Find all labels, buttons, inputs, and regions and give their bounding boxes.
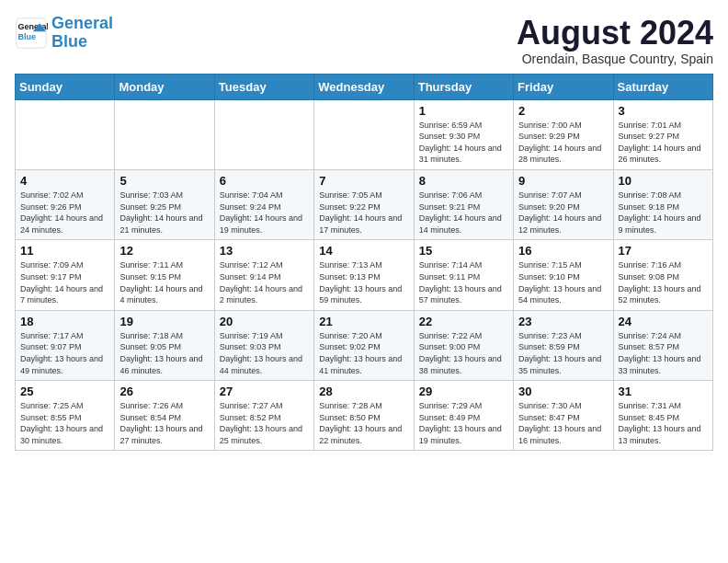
- day-info: Sunrise: 7:26 AM Sunset: 8:54 PM Dayligh…: [119, 400, 209, 446]
- day-info: Sunrise: 7:20 AM Sunset: 9:02 PM Dayligh…: [319, 330, 408, 376]
- day-info: Sunrise: 7:28 AM Sunset: 8:50 PM Dayligh…: [319, 400, 408, 446]
- day-number: 9: [518, 174, 608, 188]
- day-number: 19: [119, 315, 209, 328]
- day-info: Sunrise: 7:09 AM Sunset: 9:17 PM Dayligh…: [20, 259, 109, 305]
- day-number: 20: [220, 315, 309, 328]
- day-info: Sunrise: 6:59 AM Sunset: 9:30 PM Dayligh…: [419, 120, 508, 166]
- day-number: 30: [518, 385, 608, 398]
- day-cell: 14Sunrise: 7:13 AM Sunset: 9:13 PM Dayli…: [314, 240, 414, 310]
- day-cell: 3Sunrise: 7:01 AM Sunset: 9:27 PM Daylig…: [613, 99, 712, 169]
- day-cell: [115, 99, 214, 169]
- day-cell: 24Sunrise: 7:24 AM Sunset: 8:57 PM Dayli…: [613, 310, 712, 380]
- weekday-wednesday: Wednesday: [314, 74, 414, 99]
- day-cell: 6Sunrise: 7:04 AM Sunset: 9:24 PM Daylig…: [214, 169, 313, 239]
- weekday-friday: Friday: [514, 74, 613, 99]
- day-info: Sunrise: 7:25 AM Sunset: 8:55 PM Dayligh…: [20, 400, 109, 446]
- day-cell: 23Sunrise: 7:23 AM Sunset: 8:59 PM Dayli…: [514, 310, 613, 380]
- day-cell: 11Sunrise: 7:09 AM Sunset: 9:17 PM Dayli…: [16, 240, 115, 310]
- day-info: Sunrise: 7:07 AM Sunset: 9:20 PM Dayligh…: [518, 190, 608, 236]
- day-info: Sunrise: 7:15 AM Sunset: 9:10 PM Dayligh…: [518, 259, 608, 305]
- day-cell: 8Sunrise: 7:06 AM Sunset: 9:21 PM Daylig…: [414, 169, 513, 239]
- day-number: 29: [419, 385, 508, 398]
- day-cell: 28Sunrise: 7:28 AM Sunset: 8:50 PM Dayli…: [314, 381, 414, 451]
- day-cell: 21Sunrise: 7:20 AM Sunset: 9:02 PM Dayli…: [314, 310, 414, 380]
- day-number: 6: [220, 174, 309, 188]
- day-info: Sunrise: 7:18 AM Sunset: 9:05 PM Dayligh…: [119, 330, 209, 376]
- day-cell: 26Sunrise: 7:26 AM Sunset: 8:54 PM Dayli…: [115, 381, 214, 451]
- day-info: Sunrise: 7:05 AM Sunset: 9:22 PM Dayligh…: [319, 190, 408, 236]
- logo: General Blue GeneralBlue: [15, 15, 113, 52]
- day-info: Sunrise: 7:17 AM Sunset: 9:07 PM Dayligh…: [20, 330, 109, 376]
- svg-text:Blue: Blue: [18, 32, 37, 41]
- day-cell: 5Sunrise: 7:03 AM Sunset: 9:25 PM Daylig…: [115, 169, 214, 239]
- day-number: 25: [20, 385, 109, 398]
- day-number: 14: [319, 244, 408, 258]
- day-info: Sunrise: 7:11 AM Sunset: 9:15 PM Dayligh…: [119, 259, 209, 305]
- weekday-tuesday: Tuesday: [214, 74, 313, 99]
- week-row-1: 4Sunrise: 7:02 AM Sunset: 9:26 PM Daylig…: [16, 169, 713, 239]
- day-cell: 2Sunrise: 7:00 AM Sunset: 9:29 PM Daylig…: [514, 99, 613, 169]
- logo-text: GeneralBlue: [51, 15, 113, 52]
- day-number: 28: [319, 385, 408, 398]
- weekday-saturday: Saturday: [613, 74, 712, 99]
- day-info: Sunrise: 7:27 AM Sunset: 8:52 PM Dayligh…: [220, 400, 309, 446]
- day-info: Sunrise: 7:04 AM Sunset: 9:24 PM Dayligh…: [220, 190, 309, 236]
- day-cell: 29Sunrise: 7:29 AM Sunset: 8:49 PM Dayli…: [414, 381, 513, 451]
- day-number: 21: [319, 315, 408, 328]
- day-cell: 10Sunrise: 7:08 AM Sunset: 9:18 PM Dayli…: [613, 169, 712, 239]
- day-number: 17: [619, 244, 708, 258]
- day-cell: 1Sunrise: 6:59 AM Sunset: 9:30 PM Daylig…: [414, 99, 513, 169]
- day-cell: 16Sunrise: 7:15 AM Sunset: 9:10 PM Dayli…: [514, 240, 613, 310]
- logo-icon: General Blue: [15, 17, 48, 50]
- day-info: Sunrise: 7:22 AM Sunset: 9:00 PM Dayligh…: [419, 330, 508, 376]
- day-cell: 4Sunrise: 7:02 AM Sunset: 9:26 PM Daylig…: [16, 169, 115, 239]
- day-number: 23: [518, 315, 608, 328]
- calendar: SundayMondayTuesdayWednesdayThursdayFrid…: [15, 74, 713, 452]
- day-number: 4: [20, 174, 109, 188]
- day-number: 18: [20, 315, 109, 328]
- day-info: Sunrise: 7:00 AM Sunset: 9:29 PM Dayligh…: [518, 120, 608, 166]
- weekday-monday: Monday: [115, 74, 214, 99]
- day-info: Sunrise: 7:23 AM Sunset: 8:59 PM Dayligh…: [518, 330, 608, 376]
- week-row-3: 18Sunrise: 7:17 AM Sunset: 9:07 PM Dayli…: [16, 310, 713, 380]
- day-number: 26: [119, 385, 209, 398]
- day-number: 16: [518, 244, 608, 258]
- day-cell: 15Sunrise: 7:14 AM Sunset: 9:11 PM Dayli…: [414, 240, 513, 310]
- day-info: Sunrise: 7:31 AM Sunset: 8:45 PM Dayligh…: [619, 400, 708, 446]
- day-cell: 25Sunrise: 7:25 AM Sunset: 8:55 PM Dayli…: [16, 381, 115, 451]
- week-row-2: 11Sunrise: 7:09 AM Sunset: 9:17 PM Dayli…: [16, 240, 713, 310]
- page-header: General Blue GeneralBlue August 2024 Ore…: [15, 15, 713, 66]
- day-number: 24: [619, 315, 708, 328]
- week-row-4: 25Sunrise: 7:25 AM Sunset: 8:55 PM Dayli…: [16, 381, 713, 451]
- day-number: 13: [220, 244, 309, 258]
- day-info: Sunrise: 7:24 AM Sunset: 8:57 PM Dayligh…: [619, 330, 708, 376]
- day-info: Sunrise: 7:12 AM Sunset: 9:14 PM Dayligh…: [220, 259, 309, 305]
- day-number: 3: [619, 104, 708, 118]
- day-cell: 18Sunrise: 7:17 AM Sunset: 9:07 PM Dayli…: [16, 310, 115, 380]
- day-info: Sunrise: 7:02 AM Sunset: 9:26 PM Dayligh…: [20, 190, 109, 236]
- day-cell: 22Sunrise: 7:22 AM Sunset: 9:00 PM Dayli…: [414, 310, 513, 380]
- day-cell: 13Sunrise: 7:12 AM Sunset: 9:14 PM Dayli…: [214, 240, 313, 310]
- day-info: Sunrise: 7:01 AM Sunset: 9:27 PM Dayligh…: [619, 120, 708, 166]
- day-info: Sunrise: 7:30 AM Sunset: 8:47 PM Dayligh…: [518, 400, 608, 446]
- location: Orendain, Basque Country, Spain: [517, 52, 713, 66]
- day-info: Sunrise: 7:03 AM Sunset: 9:25 PM Dayligh…: [119, 190, 209, 236]
- day-info: Sunrise: 7:13 AM Sunset: 9:13 PM Dayligh…: [319, 259, 408, 305]
- day-number: 22: [419, 315, 508, 328]
- day-cell: [16, 99, 115, 169]
- day-cell: 19Sunrise: 7:18 AM Sunset: 9:05 PM Dayli…: [115, 310, 214, 380]
- day-number: 5: [119, 174, 209, 188]
- day-cell: 17Sunrise: 7:16 AM Sunset: 9:08 PM Dayli…: [613, 240, 712, 310]
- day-number: 7: [319, 174, 408, 188]
- weekday-thursday: Thursday: [414, 74, 513, 99]
- day-info: Sunrise: 7:29 AM Sunset: 8:49 PM Dayligh…: [419, 400, 508, 446]
- day-number: 31: [619, 385, 708, 398]
- day-cell: 9Sunrise: 7:07 AM Sunset: 9:20 PM Daylig…: [514, 169, 613, 239]
- weekday-header-row: SundayMondayTuesdayWednesdayThursdayFrid…: [16, 74, 713, 99]
- day-number: 27: [220, 385, 309, 398]
- month-title: August 2024: [517, 15, 713, 52]
- day-info: Sunrise: 7:14 AM Sunset: 9:11 PM Dayligh…: [419, 259, 508, 305]
- day-number: 15: [419, 244, 508, 258]
- day-cell: 7Sunrise: 7:05 AM Sunset: 9:22 PM Daylig…: [314, 169, 414, 239]
- day-number: 12: [119, 244, 209, 258]
